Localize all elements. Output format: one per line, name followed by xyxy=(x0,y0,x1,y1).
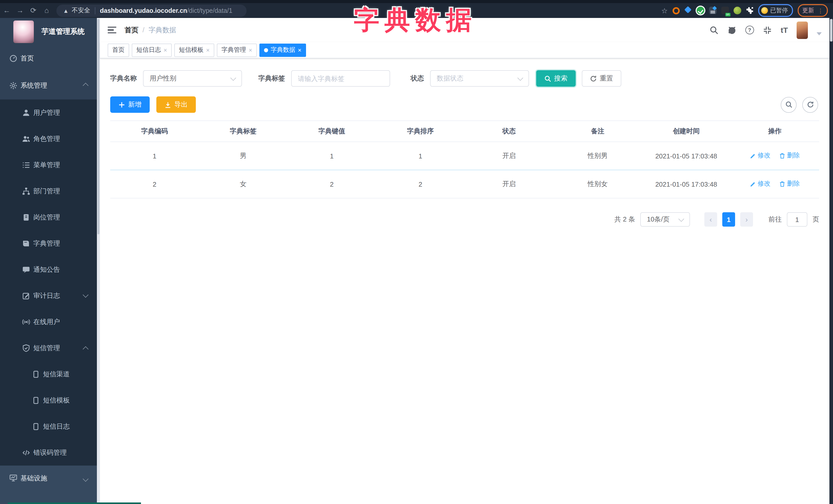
profile-paused-badge[interactable]: 已暂停 xyxy=(758,4,793,17)
extensions-puzzle-icon[interactable] xyxy=(745,7,753,14)
sidebar-item-online-users[interactable]: 在线用户 xyxy=(0,309,97,335)
chevron-up-icon xyxy=(83,83,89,89)
tab-dict-data[interactable]: 字典数据 × xyxy=(259,43,306,57)
sidebar-item-sms-channel[interactable]: 短信渠道 xyxy=(0,361,97,387)
github-icon[interactable] xyxy=(728,25,737,34)
monitor-icon xyxy=(9,474,18,482)
edit-link[interactable]: 修改 xyxy=(750,180,770,188)
sidebar-item-sms-mgmt[interactable]: 短信管理 xyxy=(0,335,97,361)
close-icon[interactable]: × xyxy=(206,47,210,53)
sidebar-item-sms-log[interactable]: 短信日志 xyxy=(0,413,97,439)
help-icon[interactable] xyxy=(745,26,754,34)
sidebar-item-audit-log[interactable]: 审计日志 xyxy=(0,283,97,309)
sidebar-scrollbar-thumb[interactable] xyxy=(97,19,99,234)
app-title: 芋道管理系统 xyxy=(42,27,85,37)
fullscreen-icon[interactable] xyxy=(763,25,772,34)
browser-reload-icon[interactable]: ⟳ xyxy=(27,3,40,18)
page-size-select[interactable]: 10条/页 xyxy=(640,212,690,226)
sidebar-scrollbar[interactable] xyxy=(97,18,100,504)
cell-dict-code: 2 xyxy=(110,170,199,198)
delete-link[interactable]: 删除 xyxy=(779,180,800,188)
dict-name-select[interactable]: 用户性别 xyxy=(143,70,242,87)
chevron-down-icon xyxy=(231,75,236,81)
active-dot-icon xyxy=(264,48,268,52)
address-bar[interactable]: ▲ 不安全 dashboard.yudao.iocoder.cn /dict/t… xyxy=(56,4,246,17)
prev-page-button[interactable]: ‹ xyxy=(704,212,717,226)
font-size-icon[interactable]: tT xyxy=(781,26,788,34)
refresh-button[interactable] xyxy=(802,97,818,113)
sidebar-item-infrastructure[interactable]: 基础设施 xyxy=(0,465,97,504)
tab-dict-mgmt[interactable]: 字典管理 × xyxy=(217,43,257,57)
search-button[interactable]: 搜索 xyxy=(536,70,576,87)
table-row: 2 女 2 2 开启 性别女 2021-01-05 17:03:48 修改 xyxy=(110,170,819,198)
close-icon[interactable]: × xyxy=(164,47,167,53)
bookmark-star-icon[interactable]: ☆ xyxy=(661,6,668,15)
browser-back-icon[interactable]: ← xyxy=(0,3,13,18)
sidebar-item-dept-mgmt[interactable]: 部门管理 xyxy=(0,178,97,204)
sidebar: 芋道管理系统 首页 系统管理 xyxy=(0,18,97,504)
browser-update-button[interactable]: 更新 ⋮ xyxy=(798,4,828,17)
page-1-button[interactable]: 1 xyxy=(722,212,735,226)
sidebar-item-notice[interactable]: 通知公告 xyxy=(0,256,97,283)
col-dict-sort: 字典排序 xyxy=(376,121,465,142)
page-scrollbar-thumb[interactable] xyxy=(830,19,832,42)
add-button[interactable]: 新增 xyxy=(110,96,150,113)
dict-label-input[interactable] xyxy=(291,70,390,87)
sidebar-item-dict-mgmt[interactable]: 字典管理 xyxy=(0,230,97,256)
dict-name-label: 字典名称 xyxy=(110,74,137,83)
avatar-caret-icon[interactable] xyxy=(816,32,822,35)
col-status: 状态 xyxy=(465,121,553,142)
extension-leaf-icon[interactable] xyxy=(733,7,741,14)
user-icon xyxy=(22,109,30,117)
next-page-button[interactable]: › xyxy=(740,212,753,226)
sidebar-item-system-mgmt[interactable]: 系统管理 xyxy=(0,71,97,99)
hamburger-icon[interactable] xyxy=(108,27,116,33)
search-icon[interactable] xyxy=(710,25,719,34)
sidebar-item-error-code[interactable]: 错误码管理 xyxy=(0,439,97,465)
sidebar-item-post-mgmt[interactable]: 岗位管理 xyxy=(0,204,97,230)
tab-sms-log[interactable]: 短信日志 × xyxy=(132,43,172,57)
close-icon[interactable]: × xyxy=(248,47,252,53)
cell-actions: 修改 删除 xyxy=(731,142,819,170)
export-button[interactable]: 导出 xyxy=(156,96,196,113)
browser-menu-kebab-icon[interactable]: ⋮ xyxy=(818,8,823,13)
col-dict-code: 字典编码 xyxy=(110,121,199,142)
extension-on-badge-icon[interactable] xyxy=(721,7,729,14)
user-avatar[interactable] xyxy=(796,21,808,39)
app-logo[interactable]: 芋道管理系统 xyxy=(0,18,97,46)
extension-orange-icon[interactable] xyxy=(672,7,680,14)
page-scrollbar[interactable] xyxy=(829,18,833,504)
tab-home[interactable]: 首页 xyxy=(108,43,129,57)
badge-icon xyxy=(22,213,30,221)
sidebar-item-menu-mgmt[interactable]: 菜单管理 xyxy=(0,152,97,178)
header-actions: tT xyxy=(710,21,822,39)
extension-slider-icon[interactable] xyxy=(709,7,716,14)
goto-page-input[interactable] xyxy=(787,212,807,226)
extension-check-icon[interactable] xyxy=(696,7,704,14)
cell-remark: 性别男 xyxy=(553,142,642,170)
dict-data-table: 字典编码 字典标签 字典键值 字典排序 状态 备注 创建时间 操作 1 男 1 xyxy=(110,120,819,198)
page-content: 字典名称 用户性别 字典标签 状态 数据状态 xyxy=(100,58,829,226)
breadcrumb-home[interactable]: 首页 xyxy=(124,25,138,34)
goto-label: 前往 xyxy=(768,215,782,224)
browser-forward-icon[interactable]: → xyxy=(13,3,27,18)
browser-tab-strip xyxy=(0,0,833,3)
browser-toolbar: ← → ⟳ ⌂ ▲ 不安全 dashboard.yudao.iocoder.cn… xyxy=(0,3,833,18)
sidebar-item-role-mgmt[interactable]: 角色管理 xyxy=(0,126,97,152)
extension-gem-icon[interactable] xyxy=(684,7,692,14)
sidebar-item-home[interactable]: 首页 xyxy=(0,46,97,71)
delete-link[interactable]: 删除 xyxy=(779,151,800,160)
browser-home-icon[interactable]: ⌂ xyxy=(40,3,53,18)
close-icon[interactable]: × xyxy=(298,47,302,53)
status-select[interactable]: 数据状态 xyxy=(430,70,529,87)
edit-link[interactable]: 修改 xyxy=(750,151,770,160)
tags-view-bar: 首页 短信日志 × 短信模板 × 字典管理 × 字典数据 × xyxy=(100,42,829,58)
cell-created: 2021-01-05 17:03:48 xyxy=(642,142,731,170)
users-icon xyxy=(22,135,30,143)
online-signal-icon xyxy=(22,318,30,326)
sidebar-item-sms-template[interactable]: 短信模板 xyxy=(0,387,97,413)
tab-sms-template[interactable]: 短信模板 × xyxy=(174,43,214,57)
toggle-search-button[interactable] xyxy=(781,97,796,113)
sidebar-item-user-mgmt[interactable]: 用户管理 xyxy=(0,99,97,126)
reset-button[interactable]: 重置 xyxy=(582,70,621,87)
